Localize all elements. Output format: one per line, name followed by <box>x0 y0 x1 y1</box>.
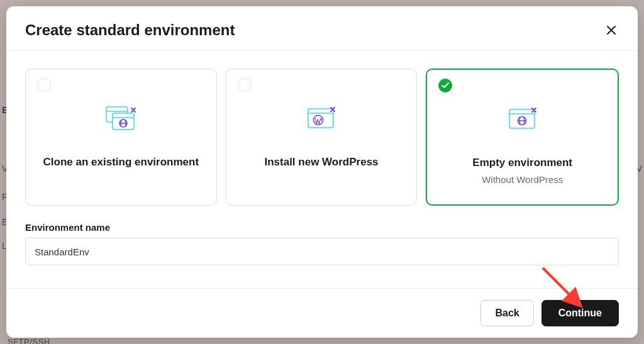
option-title: Empty environment <box>472 157 572 169</box>
close-button[interactable] <box>604 23 619 38</box>
create-environment-modal: Create standard environment <box>6 6 638 338</box>
option-clone-existing[interactable]: Clone an existing environment <box>25 69 217 206</box>
environment-options: Clone an existing environment Install ne… <box>25 69 619 206</box>
clone-icon <box>104 106 138 132</box>
environment-name-label: Environment name <box>25 222 619 233</box>
modal-footer: Back Continue <box>6 288 638 338</box>
modal-header: Create standard environment <box>6 6 638 51</box>
continue-button[interactable]: Continue <box>541 300 619 326</box>
empty-environment-icon <box>506 106 540 133</box>
environment-name-input[interactable] <box>25 238 619 265</box>
option-title: Install new WordPress <box>264 156 378 169</box>
option-install-wordpress[interactable]: Install new WordPress <box>226 69 418 206</box>
option-subtitle: Without WordPress <box>482 174 563 185</box>
radio-indicator <box>37 78 51 92</box>
svg-rect-9 <box>509 109 535 128</box>
modal-body: Clone an existing environment Install ne… <box>6 51 638 288</box>
backdrop-text: SFTP/SSH <box>8 337 50 344</box>
modal-title: Create standard environment <box>25 21 235 39</box>
close-icon <box>607 26 616 35</box>
option-title: Clone an existing environment <box>43 156 199 169</box>
radio-indicator <box>238 78 252 92</box>
radio-indicator <box>438 79 452 92</box>
check-icon <box>441 82 449 89</box>
back-button[interactable]: Back <box>480 300 533 326</box>
option-empty-environment[interactable]: Empty environment Without WordPress <box>426 69 619 206</box>
wordpress-icon <box>304 106 338 132</box>
